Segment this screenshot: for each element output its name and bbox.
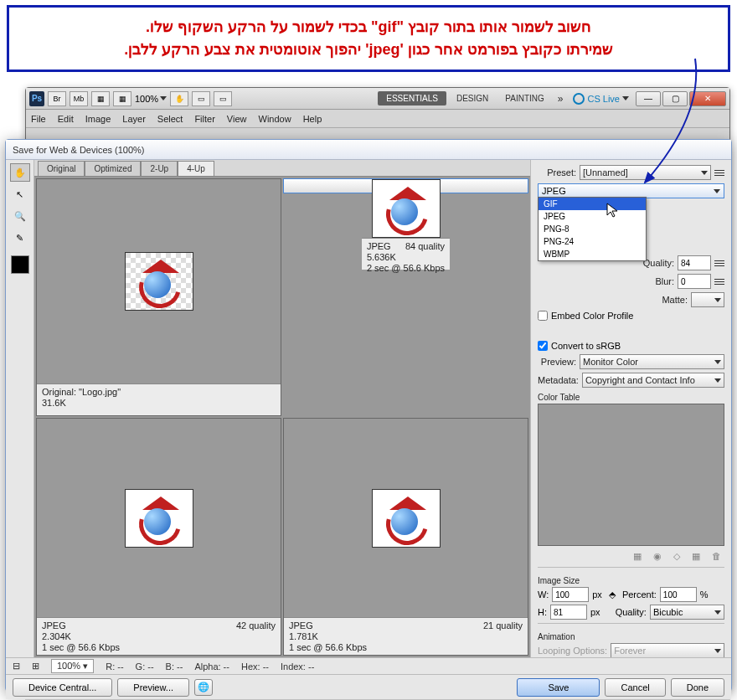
menu-help[interactable]: Help <box>303 114 322 124</box>
menu-edit[interactable]: Edit <box>58 114 74 124</box>
slice-select-tool[interactable]: ↖ <box>10 185 30 203</box>
resample-select[interactable]: Bicubic <box>650 605 724 620</box>
chevron-down-icon <box>701 171 708 175</box>
save-for-web-dialog: Save for Web & Devices (100%) ✋ ↖ 🔍 ✎ Or… <box>5 139 732 692</box>
minimize-button[interactable]: — <box>636 91 661 106</box>
chevron-down-icon <box>714 378 721 383</box>
preview-cell-original[interactable]: Original: "Logo.jpg" 31.6K <box>36 178 281 416</box>
color-table <box>538 404 724 546</box>
screenmode-button[interactable]: ▭ <box>214 91 232 106</box>
menu-filter[interactable]: Filter <box>194 114 214 124</box>
menu-layer[interactable]: Layer <box>122 114 146 124</box>
quality-menu-icon[interactable] <box>714 260 724 266</box>
eyedropper-tool[interactable]: ✎ <box>10 229 30 247</box>
workspace-design[interactable]: DESIGN <box>450 91 495 106</box>
cell-info: JPEG84 quality 5.636K 2 sec @ 56.6 Kbps <box>362 238 450 270</box>
zoom-select[interactable]: 100% ▾ <box>51 659 94 673</box>
preview-label: Preview: <box>538 357 576 367</box>
ps-titlebar: Ps Br Mb ▦ ▦ 100% ✋ ▭ ▭ ESSENTIALS DESIG… <box>26 88 729 110</box>
close-button[interactable]: ✕ <box>689 91 726 106</box>
thumbnail <box>125 252 193 311</box>
minibridge-button[interactable]: Mb <box>70 91 88 106</box>
link-icon[interactable]: ⬘ <box>609 589 616 600</box>
trash-icon[interactable]: 🗑 <box>712 551 721 562</box>
metadata-select[interactable]: Copyright and Contact Info <box>582 373 724 388</box>
preset-select[interactable]: [Unnamed] <box>580 165 711 180</box>
preview-cell-2[interactable]: JPEG42 quality 2.304K 1 sec @ 56.6 Kbps <box>36 418 281 656</box>
zoom-tool[interactable]: 🔍 <box>10 207 30 225</box>
bridge-button[interactable]: Br <box>48 91 66 106</box>
save-button[interactable]: Save <box>517 678 600 697</box>
srgb-label: Convert to sRGB <box>551 341 621 351</box>
zoom-in-button[interactable]: ⊞ <box>32 661 39 672</box>
tab-optimized[interactable]: Optimized <box>85 161 141 176</box>
dropdown-option-jpeg[interactable]: JPEG <box>539 210 646 223</box>
hand-tool-button[interactable]: ✋ <box>170 91 188 106</box>
blur-menu-icon[interactable] <box>714 279 724 285</box>
maximize-button[interactable]: ▢ <box>662 91 688 106</box>
menu-image[interactable]: Image <box>85 114 111 124</box>
dropdown-option-png8[interactable]: PNG-8 <box>539 223 646 235</box>
width-input[interactable] <box>552 587 589 602</box>
chevron-down-icon <box>714 189 720 193</box>
quality-input[interactable] <box>678 255 711 270</box>
color-swatch[interactable] <box>11 255 29 274</box>
instruction-callout: חשוב לשמור אותו בתור קובץ "gif" בכדי לשמ… <box>7 5 730 72</box>
thumbnail <box>372 489 441 548</box>
preview-button[interactable]: Preview... <box>117 678 189 697</box>
zoom-control[interactable]: 100% <box>135 94 167 104</box>
dropdown-option-png24[interactable]: PNG-24 <box>539 235 646 248</box>
cell-info: JPEG21 quality 1.781K 1 sec @ 56.6 Kbps <box>284 617 528 655</box>
device-central-button[interactable]: Device Central... <box>13 678 112 697</box>
done-button[interactable]: Done <box>671 678 724 697</box>
callout-line1: חשוב לשמור אותו בתור קובץ "gif" בכדי לשמ… <box>21 16 716 39</box>
ct-icon[interactable]: ◉ <box>653 551 662 562</box>
menu-file[interactable]: File <box>31 114 46 124</box>
chevron-down-icon <box>714 298 721 302</box>
view-tabs: Original Optimized 2-Up 4-Up <box>34 160 530 177</box>
tab-4up[interactable]: 4-Up <box>178 161 214 176</box>
menu-view[interactable]: View <box>227 114 247 124</box>
extras-button[interactable]: ▦ <box>91 91 110 106</box>
guides-button[interactable]: ▦ <box>113 91 131 106</box>
blur-input[interactable] <box>678 274 711 289</box>
loop-select: Forever <box>611 643 724 657</box>
tab-original[interactable]: Original <box>38 161 85 176</box>
preview-cell-3[interactable]: JPEG21 quality 1.781K 1 sec @ 56.6 Kbps <box>283 418 528 656</box>
browser-icon[interactable]: 🌐 <box>194 679 213 696</box>
menu-window[interactable]: Window <box>259 114 291 124</box>
height-input[interactable] <box>550 605 587 620</box>
workspace-essentials[interactable]: ESSENTIALS <box>378 91 446 106</box>
thumbnail <box>372 179 441 238</box>
preview-select[interactable]: Monitor Color <box>580 354 724 369</box>
workspace-painting[interactable]: PAINTING <box>498 91 550 106</box>
zoom-out-button[interactable]: ⊟ <box>13 661 20 672</box>
ps-app-icon: Ps <box>29 91 44 106</box>
percent-input[interactable] <box>660 587 697 602</box>
callout-line2: שמירתו כקובץ בפורמט אחר כגון 'jpeg' יהפו… <box>21 39 716 61</box>
dropdown-option-wbmp[interactable]: WBMP <box>539 248 646 260</box>
dropdown-option-gif[interactable]: GIF <box>539 198 646 210</box>
format-dropdown: GIF JPEG PNG-8 PNG-24 WBMP <box>538 197 647 261</box>
panel-menu-icon[interactable] <box>714 170 724 176</box>
matte-select[interactable] <box>691 292 724 307</box>
chevron-down-icon <box>714 610 721 615</box>
menu-select[interactable]: Select <box>157 114 183 124</box>
ps-menubar: File Edit Image Layer Select Filter View… <box>26 110 729 128</box>
hand-tool[interactable]: ✋ <box>10 163 30 182</box>
cancel-button[interactable]: Cancel <box>605 678 665 697</box>
arrange-button[interactable]: ▭ <box>192 91 210 106</box>
ct-icon[interactable]: ▦ <box>633 551 642 562</box>
srgb-checkbox[interactable] <box>538 341 548 351</box>
dialog-buttons: Device Central... Preview... 🌐 Save Canc… <box>6 674 731 699</box>
workspace-more[interactable]: » <box>554 93 567 105</box>
tab-2up[interactable]: 2-Up <box>141 161 178 176</box>
ct-icon[interactable]: ◇ <box>673 551 680 562</box>
embed-checkbox[interactable] <box>538 311 548 321</box>
ct-icon[interactable]: ▦ <box>692 551 700 562</box>
metadata-label: Metadata: <box>538 375 579 385</box>
thumbnail <box>125 489 193 548</box>
cslive-button[interactable]: CS Live <box>570 93 632 105</box>
settings-panel: Preset: [Unnamed] JPEG GIF JPEG PNG-8 PN… <box>530 160 731 657</box>
preview-cell-1[interactable]: JPEG84 quality 5.636K 2 sec @ 56.6 Kbps <box>283 178 528 193</box>
